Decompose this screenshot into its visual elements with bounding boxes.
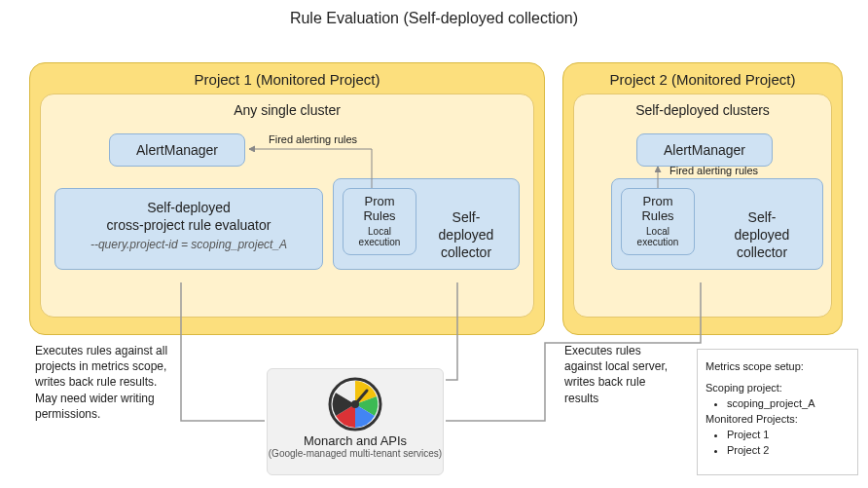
scope-heading: Metrics scope setup: [705,359,850,375]
note-collector: Executes rules against local server, wri… [564,343,681,406]
project-2-title: Project 2 (Monitored Project) [573,71,832,88]
project-1-title: Project 1 (Monitored Project) [40,71,534,88]
monarch-sub: (Google-managed multi-tenant services) [268,448,443,460]
scoping-project-value: scoping_project_A [727,396,850,412]
monitored-project-2: Project 2 [727,443,850,459]
project-2-container: Project 2 (Monitored Project) Self-deplo… [562,62,843,335]
scoping-project-label: Scoping project: [705,381,850,396]
monarch-apis-box: Monarch and APIs (Google-managed multi-t… [267,368,444,475]
monitored-project-1: Project 1 [727,428,850,443]
gauge-icon [328,377,382,432]
monitored-projects-label: Monitored Projects: [705,412,850,428]
note-evaluator: Executes rules against all projects in m… [35,343,181,422]
project-1-container: Project 1 (Monitored Project) Any single… [29,62,545,335]
project-2-cluster: Self-deployed clusters AlertManager Fire… [573,94,832,318]
project-1-cluster: Any single cluster AlertManager Fired al… [40,94,534,318]
monarch-title: Monarch and APIs [268,433,443,448]
metrics-scope-box: Metrics scope setup: Scoping project: sc… [697,349,858,475]
diagram-title: Rule Evaluation (Self-deployed collectio… [0,0,868,27]
